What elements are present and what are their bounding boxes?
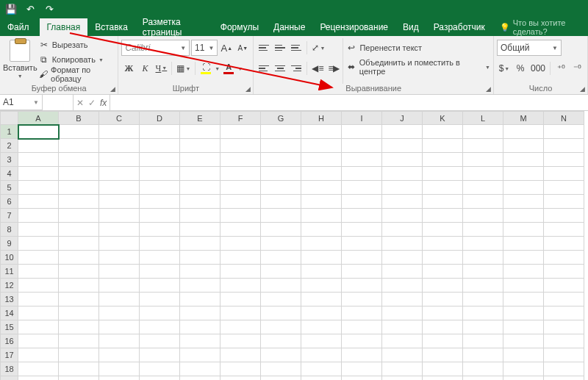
bold-button[interactable]: Ж <box>121 60 136 76</box>
align-right-button[interactable] <box>289 61 304 76</box>
cell[interactable] <box>544 293 584 306</box>
cell[interactable] <box>423 195 463 209</box>
cell[interactable] <box>18 195 59 209</box>
cell[interactable] <box>140 362 180 376</box>
cell[interactable] <box>503 362 544 376</box>
cell[interactable] <box>99 125 140 139</box>
column-header[interactable]: D <box>140 112 180 125</box>
row-header[interactable]: 10 <box>1 251 18 265</box>
cell[interactable] <box>544 153 584 167</box>
row-header[interactable]: 9 <box>1 237 18 251</box>
cell[interactable] <box>220 139 261 153</box>
column-header[interactable]: M <box>503 112 544 125</box>
cell[interactable] <box>301 320 342 334</box>
cell[interactable] <box>261 265 301 279</box>
cell[interactable] <box>220 334 261 348</box>
cell[interactable] <box>180 362 220 376</box>
cell[interactable] <box>503 195 544 209</box>
cell[interactable] <box>544 348 584 362</box>
cell[interactable] <box>544 251 584 265</box>
cell[interactable] <box>261 209 301 223</box>
cell[interactable] <box>503 153 544 167</box>
cell[interactable] <box>423 153 463 167</box>
cell[interactable] <box>261 237 301 251</box>
accounting-format-button[interactable]: $▼ <box>497 60 512 76</box>
align-center-button[interactable] <box>273 61 287 76</box>
cell[interactable] <box>18 181 59 195</box>
cell[interactable] <box>503 209 544 223</box>
cell[interactable] <box>382 181 423 195</box>
cell[interactable] <box>342 125 382 139</box>
cell[interactable] <box>261 348 301 362</box>
cell[interactable] <box>180 306 220 320</box>
cell[interactable] <box>99 334 140 348</box>
cell[interactable] <box>99 139 140 153</box>
underline-button[interactable]: Ч▼ <box>154 60 168 76</box>
cell[interactable] <box>99 223 140 237</box>
cut-button[interactable]: ✂ Вырезать <box>39 38 115 51</box>
cell[interactable] <box>382 376 423 381</box>
column-header[interactable]: N <box>544 112 584 125</box>
cell[interactable] <box>180 334 220 348</box>
cell[interactable] <box>220 348 261 362</box>
cell[interactable] <box>423 306 463 320</box>
cell[interactable] <box>220 306 261 320</box>
cell[interactable] <box>463 237 503 251</box>
tab-file[interactable]: Файл <box>0 18 40 36</box>
cancel-icon[interactable]: ✕ <box>76 98 84 108</box>
cell[interactable] <box>503 237 544 251</box>
row-header[interactable]: 18 <box>1 362 18 376</box>
cell[interactable] <box>140 306 180 320</box>
column-header[interactable]: A <box>18 112 59 125</box>
cell[interactable] <box>382 265 423 279</box>
dialog-launcher-icon[interactable]: ◢ <box>580 85 585 93</box>
cell[interactable] <box>59 334 99 348</box>
cell[interactable] <box>342 237 382 251</box>
cell[interactable] <box>261 251 301 265</box>
cell[interactable] <box>180 348 220 362</box>
row-header[interactable]: 14 <box>1 306 18 320</box>
cell[interactable] <box>140 320 180 334</box>
cell[interactable] <box>261 306 301 320</box>
cell[interactable] <box>220 265 261 279</box>
cell[interactable] <box>301 125 342 139</box>
cell[interactable] <box>220 153 261 167</box>
cell[interactable] <box>503 125 544 139</box>
cell[interactable] <box>342 320 382 334</box>
cell[interactable] <box>261 293 301 306</box>
cell[interactable] <box>180 139 220 153</box>
cell[interactable] <box>301 265 342 279</box>
cell[interactable] <box>463 195 503 209</box>
cell[interactable] <box>544 362 584 376</box>
paste-button[interactable]: Вставить ▼ <box>3 38 37 84</box>
cell[interactable] <box>140 153 180 167</box>
cell[interactable] <box>463 279 503 293</box>
cell[interactable] <box>342 279 382 293</box>
cell[interactable] <box>99 265 140 279</box>
cell[interactable] <box>140 125 180 139</box>
cell[interactable] <box>463 320 503 334</box>
column-header[interactable]: F <box>220 112 261 125</box>
cell[interactable] <box>99 153 140 167</box>
save-icon[interactable]: 💾 <box>3 1 19 18</box>
cell[interactable] <box>59 153 99 167</box>
cell[interactable] <box>301 167 342 181</box>
row-header[interactable]: 2 <box>1 139 18 153</box>
cell[interactable] <box>18 334 59 348</box>
cell[interactable] <box>59 167 99 181</box>
cell[interactable] <box>423 181 463 195</box>
row-header[interactable]: 15 <box>1 320 18 334</box>
cell[interactable] <box>503 293 544 306</box>
column-header[interactable]: I <box>342 112 382 125</box>
cell[interactable] <box>220 223 261 237</box>
cell[interactable] <box>544 237 584 251</box>
cell[interactable] <box>382 223 423 237</box>
cell[interactable] <box>423 167 463 181</box>
cell[interactable] <box>544 320 584 334</box>
cell[interactable] <box>261 125 301 139</box>
font-size-combo[interactable]: 11▼ <box>191 40 218 56</box>
cell[interactable] <box>261 181 301 195</box>
row-header[interactable]: 3 <box>1 153 18 167</box>
dialog-launcher-icon[interactable]: ◢ <box>245 85 251 93</box>
cell[interactable] <box>301 195 342 209</box>
